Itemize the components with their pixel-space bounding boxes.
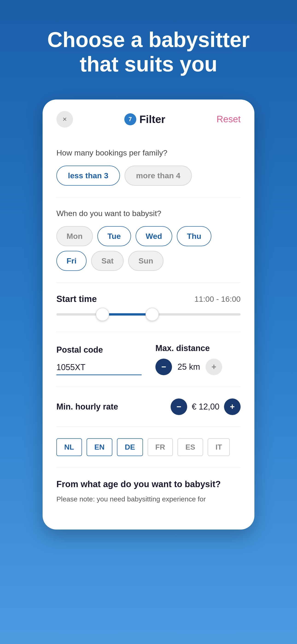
- bookings-label: How many bookings per family?: [56, 148, 240, 157]
- phone-frame: × 7 Filter Reset How many bookings per f…: [42, 100, 254, 530]
- modal-header: × 7 Filter Reset: [42, 100, 254, 137]
- time-section: Start time 11:00 - 16:00: [56, 282, 240, 332]
- distance-col: Max. distance − 25 km +: [156, 344, 240, 375]
- distance-label: Max. distance: [156, 344, 240, 353]
- lang-nl[interactable]: NL: [56, 438, 82, 456]
- lang-it[interactable]: IT: [208, 438, 230, 456]
- filter-title-group: 7 Filter: [124, 113, 165, 126]
- lang-en[interactable]: EN: [86, 438, 112, 456]
- postal-input[interactable]: [56, 360, 142, 375]
- days-label: When do you want to babysit?: [56, 209, 240, 218]
- postal-distance-section: Postal code Max. distance − 25 km +: [56, 332, 240, 387]
- time-header: Start time 11:00 - 16:00: [56, 294, 240, 304]
- bookings-section: How many bookings per family? less than …: [56, 137, 240, 198]
- modal-content: How many bookings per family? less than …: [42, 137, 254, 530]
- time-label: Start time: [56, 294, 97, 304]
- slider-thumb-right[interactable]: [146, 308, 159, 321]
- lang-fr[interactable]: FR: [148, 438, 173, 456]
- distance-value: 25 km: [178, 362, 200, 372]
- hourly-value: € 12,00: [192, 402, 220, 412]
- lang-es[interactable]: ES: [178, 438, 203, 456]
- age-section: From what age do you want to babysit? Pl…: [56, 468, 240, 516]
- booking-option-less-than-3[interactable]: less than 3: [56, 166, 120, 186]
- postal-col: Postal code: [56, 345, 142, 375]
- slider-thumb-left[interactable]: [96, 308, 109, 321]
- language-section: NL EN DE FR ES IT: [56, 427, 240, 468]
- days-group: Mon Tue Wed Thu Fri Sat Sun: [56, 226, 240, 271]
- hourly-section: Min. hourly rate − € 12,00 +: [56, 387, 240, 427]
- reset-button[interactable]: Reset: [217, 114, 241, 124]
- slider-fill: [102, 313, 152, 316]
- days-section: When do you want to babysit? Mon Tue Wed…: [56, 198, 240, 282]
- filter-badge: 7: [124, 113, 136, 125]
- hourly-label: Min. hourly rate: [56, 402, 118, 412]
- hero-title: Choose a babysitter that suits you: [22, 28, 275, 76]
- filter-title: Filter: [140, 113, 165, 126]
- distance-counter: − 25 km +: [156, 358, 240, 375]
- lang-de[interactable]: DE: [117, 438, 143, 456]
- day-sat[interactable]: Sat: [91, 251, 124, 271]
- day-wed[interactable]: Wed: [136, 226, 172, 246]
- hourly-counter: − € 12,00 +: [170, 398, 240, 415]
- day-thu[interactable]: Thu: [177, 226, 211, 246]
- booking-option-more-than-4[interactable]: more than 4: [124, 166, 192, 186]
- distance-plus-button[interactable]: +: [206, 358, 222, 375]
- day-sun[interactable]: Sun: [128, 251, 163, 271]
- postal-label: Postal code: [56, 345, 142, 355]
- day-mon[interactable]: Mon: [56, 226, 93, 246]
- language-group: NL EN DE FR ES IT: [56, 438, 240, 456]
- age-note: Please note: you need babysitting experi…: [56, 494, 240, 504]
- age-title: From what age do you want to babysit?: [56, 479, 240, 489]
- distance-minus-button[interactable]: −: [156, 358, 172, 375]
- day-tue[interactable]: Tue: [98, 226, 131, 246]
- day-fri[interactable]: Fri: [56, 251, 86, 271]
- hourly-plus-button[interactable]: +: [224, 398, 240, 415]
- time-value: 11:00 - 16:00: [194, 294, 240, 304]
- close-button[interactable]: ×: [56, 111, 73, 128]
- time-slider-track[interactable]: [56, 313, 240, 316]
- hourly-minus-button[interactable]: −: [170, 398, 187, 415]
- postal-distance-row: Postal code Max. distance − 25 km +: [56, 344, 240, 375]
- bookings-options: less than 3 more than 4: [56, 166, 240, 186]
